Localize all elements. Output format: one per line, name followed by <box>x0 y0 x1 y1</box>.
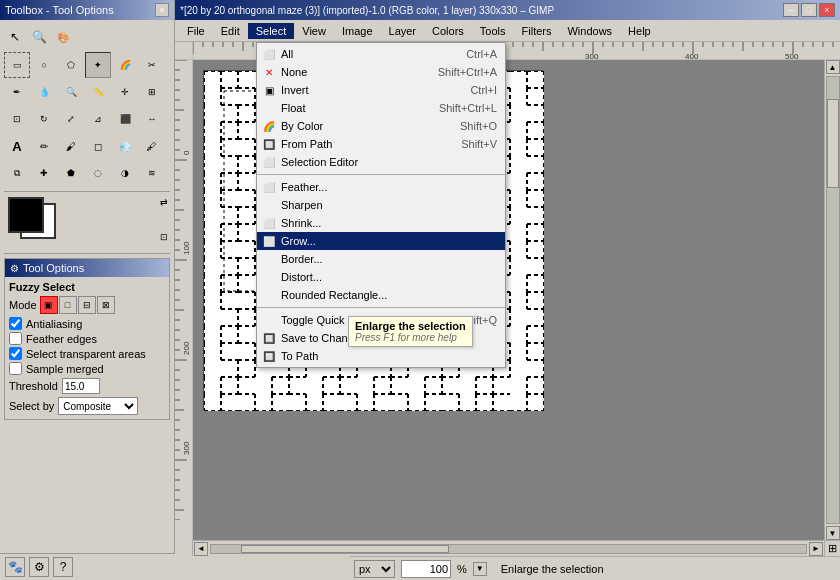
grow-tooltip: Enlarge the selection Press F1 for more … <box>348 316 473 347</box>
text-icon[interactable]: A <box>4 133 30 159</box>
zoom-input[interactable] <box>401 560 451 578</box>
blur-icon[interactable]: ◌ <box>85 160 111 186</box>
color-picker-icon[interactable]: 💧 <box>31 79 57 105</box>
zoom-icon[interactable]: 🔍 <box>28 26 50 48</box>
antialiasing-checkbox[interactable] <box>9 317 22 330</box>
feather-edges-checkbox[interactable] <box>9 332 22 345</box>
menu-item-all[interactable]: ⬜ All Ctrl+A <box>257 45 505 63</box>
config-icon[interactable]: ⚙ <box>29 557 49 577</box>
smudge-icon[interactable]: ≋ <box>139 160 165 186</box>
h-scroll-thumb[interactable] <box>241 545 449 553</box>
h-scroll-track[interactable] <box>210 544 807 554</box>
threshold-input[interactable] <box>62 378 100 394</box>
menu-item-sharpen[interactable]: Sharpen <box>257 196 505 214</box>
rotate-icon[interactable]: ↻ <box>31 106 57 132</box>
align-icon[interactable]: ⊞ <box>139 79 165 105</box>
scissors-icon[interactable]: ✂ <box>139 52 165 78</box>
menu-image[interactable]: Image <box>334 23 381 39</box>
crop-icon[interactable]: ⊡ <box>4 106 30 132</box>
zoom-decrement-btn[interactable]: ▼ <box>473 562 487 576</box>
wilber-icon[interactable]: 🐾 <box>5 557 25 577</box>
zoom-tool-icon[interactable]: 🔍 <box>58 79 84 105</box>
move-icon[interactable]: ✛ <box>112 79 138 105</box>
menu-colors[interactable]: Colors <box>424 23 472 39</box>
menu-tools[interactable]: Tools <box>472 23 514 39</box>
v-ruler <box>175 60 193 540</box>
select-by-color-icon[interactable]: 🌈 <box>112 52 138 78</box>
mode-add-btn[interactable]: □ <box>59 296 77 314</box>
ellipse-select-icon[interactable]: ○ <box>31 52 57 78</box>
ink-icon[interactable]: 🖋 <box>139 133 165 159</box>
menu-item-to-path[interactable]: 🔲 To Path <box>257 347 505 365</box>
dodge-icon[interactable]: ◑ <box>112 160 138 186</box>
mode-intersect-btn[interactable]: ⊠ <box>97 296 115 314</box>
measure-icon[interactable]: 📏 <box>85 79 111 105</box>
fuzzy-select-icon[interactable]: ✦ <box>85 52 111 78</box>
clone-icon[interactable]: ⧉ <box>4 160 30 186</box>
menu-select[interactable]: Select <box>248 23 295 39</box>
menu-item-none[interactable]: ✕ None Shift+Ctrl+A <box>257 63 505 81</box>
toolbox-divider-1 <box>4 191 170 192</box>
h-scrollbar[interactable]: ◄ ► <box>193 540 824 556</box>
sample-merged-row: Sample merged <box>9 362 165 375</box>
menu-item-from-path[interactable]: 🔲 From Path Shift+V <box>257 135 505 153</box>
minimize-btn[interactable]: – <box>783 3 799 17</box>
free-select-icon[interactable]: ⬠ <box>58 52 84 78</box>
select-by-dropdown[interactable]: Composite Red Green Blue <box>58 397 138 415</box>
menu-item-rounded-rect[interactable]: Rounded Rectangle... <box>257 286 505 304</box>
reset-colors-icon[interactable]: ⊡ <box>160 232 168 242</box>
v-scroll-thumb[interactable] <box>827 99 839 188</box>
menu-file[interactable]: File <box>179 23 213 39</box>
select-transparent-checkbox[interactable] <box>9 347 22 360</box>
foreground-color-swatch[interactable] <box>8 197 44 233</box>
pointer-icon[interactable]: ↖ <box>4 26 26 48</box>
menu-item-invert[interactable]: ▣ Invert Ctrl+I <box>257 81 505 99</box>
menu-item-border[interactable]: Border... <box>257 250 505 268</box>
rect-select-icon[interactable]: ▭ <box>4 52 30 78</box>
menu-item-grow[interactable]: ⬜ Grow... <box>257 232 505 250</box>
heal-icon[interactable]: ✚ <box>31 160 57 186</box>
menu-help[interactable]: Help <box>620 23 659 39</box>
unit-select[interactable]: px mm in <box>354 560 395 578</box>
flip-icon[interactable]: ↔ <box>139 106 165 132</box>
swap-colors-icon[interactable]: ⇄ <box>160 197 168 207</box>
maximize-btn[interactable]: □ <box>801 3 817 17</box>
threshold-label: Threshold <box>9 380 58 392</box>
paths-icon[interactable]: ✒ <box>4 79 30 105</box>
v-scroll-track[interactable] <box>826 76 840 524</box>
menu-item-float[interactable]: Float Shift+Ctrl+L <box>257 99 505 117</box>
airbrush-icon[interactable]: 💨 <box>112 133 138 159</box>
eraser-icon[interactable]: ◻ <box>85 133 111 159</box>
mode-replace-btn[interactable]: ▣ <box>40 296 58 314</box>
close-btn[interactable]: × <box>819 3 835 17</box>
mode-subtract-btn[interactable]: ⊟ <box>78 296 96 314</box>
scroll-right-btn[interactable]: ► <box>809 542 823 556</box>
menu-filters[interactable]: Filters <box>514 23 560 39</box>
menu-item-selection-editor[interactable]: ⬜ Selection Editor <box>257 153 505 171</box>
menu-item-distort[interactable]: Distort... <box>257 268 505 286</box>
help-icon[interactable]: ? <box>53 557 73 577</box>
menu-item-feather[interactable]: ⬜ Feather... <box>257 178 505 196</box>
scroll-up-btn[interactable]: ▲ <box>826 60 840 74</box>
v-scrollbar[interactable]: ▲ ▼ <box>824 60 840 540</box>
perspective-icon[interactable]: ⬛ <box>112 106 138 132</box>
menu-layer[interactable]: Layer <box>381 23 425 39</box>
toolbox-close-btn[interactable]: × <box>155 3 169 17</box>
menu-windows[interactable]: Windows <box>559 23 620 39</box>
perspective-clone-icon[interactable]: ⬟ <box>58 160 84 186</box>
menu-item-by-color[interactable]: 🌈 By Color Shift+O <box>257 117 505 135</box>
scroll-left-btn[interactable]: ◄ <box>194 542 208 556</box>
pencil-icon[interactable]: ✏ <box>31 133 57 159</box>
scale-icon[interactable]: ⤢ <box>58 106 84 132</box>
menu-item-shrink[interactable]: ⬜ Shrink... <box>257 214 505 232</box>
sample-merged-checkbox[interactable] <box>9 362 22 375</box>
menu-view[interactable]: View <box>294 23 334 39</box>
shear-icon[interactable]: ⊿ <box>85 106 111 132</box>
scroll-down-btn[interactable]: ▼ <box>826 526 840 540</box>
nav-icon[interactable]: ⊞ <box>824 540 840 556</box>
paintbrush-icon[interactable]: 🖌 <box>58 133 84 159</box>
selection-editor-icon: ⬜ <box>262 155 276 169</box>
menu-edit[interactable]: Edit <box>213 23 248 39</box>
color-icon[interactable]: 🎨 <box>52 26 74 48</box>
sample-merged-label: Sample merged <box>26 363 104 375</box>
